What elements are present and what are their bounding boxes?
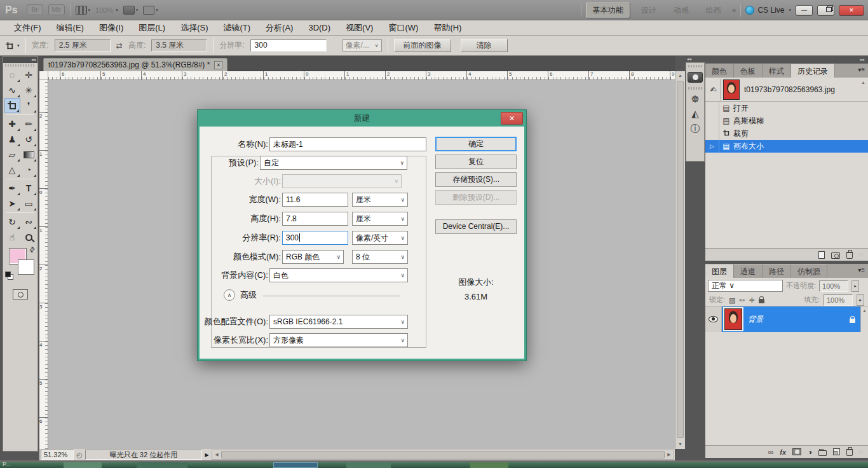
menu-image[interactable]: 图像(I) [92,20,131,36]
history-state-gaussian-blur[interactable]: ▤ 高斯模糊 [705,114,868,127]
tab-color[interactable]: 颜色 [705,64,734,78]
opacity-flyout-icon[interactable]: ▸ [851,280,859,292]
reset-button[interactable]: 复位 [435,155,517,169]
history-state-canvas-size[interactable]: ▷ ▤ 画布大小 [705,140,868,153]
menu-window[interactable]: 窗口(W) [381,20,426,36]
magic-wand-tool[interactable]: ✳ [21,83,37,98]
history-snapshot-row[interactable]: ✍ t01973b797082563963.jpg [705,78,868,102]
link-layers-icon[interactable]: ∞ [768,448,774,457]
toolbox-collapse-button[interactable]: ◂◂ [3,57,37,63]
layers-scrollbar[interactable]: ▲ [860,306,868,332]
tab-history[interactable]: 历史记录 [791,64,835,78]
size-select[interactable]: ∨ [282,174,402,188]
histogram-panel-icon[interactable]: ◭ [691,109,699,119]
toolbox-grip[interactable] [5,64,36,67]
color-mode-select[interactable]: RGB 颜色 ∨ [282,250,344,264]
vertical-scroll-thumb[interactable] [677,81,684,438]
workspace-overflow-button[interactable]: » [732,6,736,15]
menu-3d[interactable]: 3D(D) [301,20,338,36]
crop-width-field[interactable]: 2.5 厘米 [55,39,111,52]
pen-tool[interactable]: ✒ [4,181,20,196]
width-input[interactable]: 11.6 [282,193,348,207]
taskbar-item[interactable] [137,462,187,468]
history-state-pointer[interactable]: ▷ [705,140,719,153]
background-color-swatch[interactable] [18,259,34,275]
menu-filter[interactable]: 滤镜(T) [215,20,258,36]
zoom-tool[interactable] [21,230,37,245]
menu-view[interactable]: 视图(V) [338,20,381,36]
horizontal-scroll-thumb[interactable] [221,451,665,458]
canvas-vertical-scrollbar[interactable]: ▲ ▼ [675,71,685,449]
shape-tool[interactable]: ▭ [21,196,37,211]
info-panel-icon[interactable]: ⓘ [691,123,700,134]
tab-styles[interactable]: 样式 [763,64,791,78]
fill-field[interactable]: 100% [824,294,853,306]
new-group-icon[interactable] [818,450,827,456]
scroll-down-icon[interactable]: ▼ [675,440,685,449]
history-brush-tool[interactable]: ↺ [21,132,37,147]
device-central-button[interactable]: Device Central(E)... [435,219,517,234]
layer-style-icon[interactable]: fx [780,448,786,457]
scroll-left-icon[interactable]: ◀ [212,452,221,457]
history-state-well[interactable] [705,127,719,140]
scroll-right-icon[interactable]: ▶ [665,452,674,457]
add-mask-icon[interactable] [792,448,801,455]
bridge-button[interactable]: Br [27,4,43,15]
taskbar-item[interactable] [346,462,391,468]
tab-close-icon[interactable]: ✕ [214,61,222,69]
dock-collapse-button[interactable]: ◂◂ [685,56,705,62]
workspace-painting-button[interactable]: 绘画 [700,3,728,18]
new-layer-icon[interactable] [833,448,840,455]
status-zoom-field[interactable]: 51.32% [41,450,74,460]
status-popup-arrow[interactable]: ▶ [202,452,212,458]
snapshot-thumbnail[interactable] [723,79,740,100]
hand-tool[interactable]: ☝ [4,230,20,245]
minimize-button[interactable]: — [796,5,813,16]
tab-paths[interactable]: 路径 [763,264,791,278]
height-input[interactable]: 7.8 [282,212,348,226]
history-source-icon[interactable]: ✍ [707,79,721,100]
close-button[interactable]: ✕ [839,5,864,16]
mini-bridge-button[interactable]: Mb [48,4,65,15]
eraser-tool[interactable]: ▱ [4,147,20,162]
canvas-horizontal-scrollbar[interactable]: ◀ ▶ [212,450,674,460]
blend-mode-select[interactable]: 正常 ∨ [708,280,783,292]
ok-button[interactable]: 确定 [435,137,517,151]
front-image-button[interactable]: 前面的图像 [394,39,451,52]
zoom-level-button[interactable]: 100%▾ [95,6,118,14]
name-input[interactable]: 未标题-1 [269,137,426,151]
menu-file[interactable]: 文件(F) [6,20,49,36]
preset-select[interactable]: 自定 ∨ [260,156,407,170]
panel-resize-grip[interactable]: ∷ [859,252,863,258]
menu-analysis[interactable]: 分析(A) [258,20,301,36]
history-state-crop[interactable]: 裁剪 [705,127,868,140]
layer-row-background[interactable]: 背景 ▲ [705,306,868,332]
clear-button[interactable]: 清除 [461,39,508,52]
quick-mask-button[interactable] [13,289,28,299]
default-colors-icon[interactable] [5,272,13,279]
color-profile-select[interactable]: sRGB IEC61966-2.1 ∨ [269,315,408,329]
restore-button[interactable] [817,5,834,16]
cs-live-button[interactable]: CS Live ▾ [745,6,791,15]
history-state-well[interactable] [705,102,719,114]
crop-tool[interactable] [4,98,20,113]
delete-preset-button[interactable]: 删除预设(D)... [435,190,517,205]
new-document-from-state-icon[interactable] [818,251,825,259]
layer-thumbnail[interactable] [724,308,742,330]
layer-selected-area[interactable]: 背景 [722,306,860,332]
delete-state-icon[interactable] [846,252,853,259]
scroll-up-icon[interactable]: ▲ [861,80,865,85]
taskbar-item[interactable] [273,462,318,468]
windows-taskbar[interactable]: P... [0,462,868,468]
navigator-panel-icon[interactable]: ☸ [691,94,699,104]
history-state-open[interactable]: ▤ 打开 [705,102,868,114]
view-extras-button[interactable]: ▾ [76,6,91,15]
lock-paint-icon[interactable]: ✏ [739,296,745,304]
dodge-tool[interactable]: ◔ [21,162,37,177]
3d-rotate-tool[interactable]: ↻ [4,214,20,230]
swap-dimensions-icon[interactable]: ⇄ [116,41,123,50]
3d-orbit-tool[interactable]: ∾ [21,214,37,230]
scroll-up-icon[interactable]: ▲ [675,71,685,80]
clone-stamp-tool[interactable]: ♟ [4,132,20,147]
path-selection-tool[interactable]: ➤ [4,196,20,211]
